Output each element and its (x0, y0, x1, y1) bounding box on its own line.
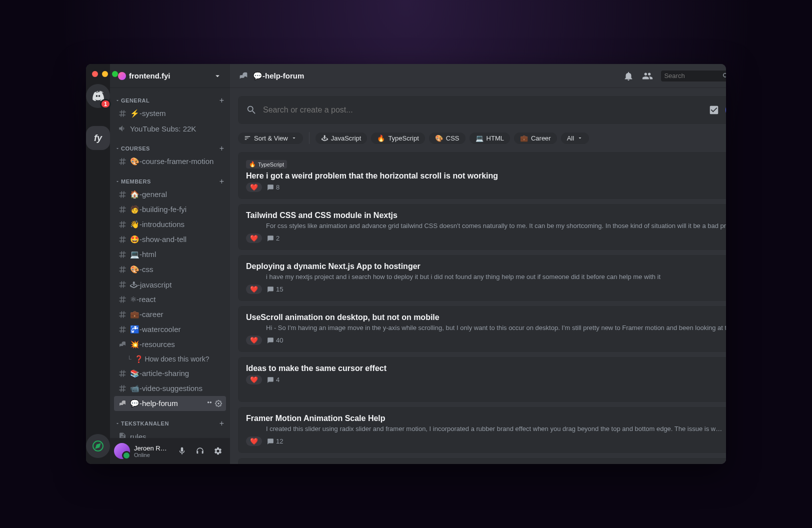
reaction-pill[interactable]: ❤️ (246, 336, 262, 345)
post-excerpt: Hi - So I'm having an image move in the … (246, 324, 726, 332)
comment-count: 12 (267, 438, 283, 445)
channel-item[interactable]: YouTube Subs: 22K (114, 121, 226, 136)
filter-row: Sort & View 🕹JavaScript🔥TypeScript🎨CSS💻H… (238, 132, 726, 144)
traffic-lights (92, 71, 118, 77)
channel-item[interactable]: 💥-resources (114, 337, 226, 352)
chevron-down-icon (213, 72, 222, 80)
dm-badge: 1 (100, 99, 111, 109)
category-header[interactable]: MEMBERS + (114, 177, 226, 187)
forum-post[interactable]: 🔥TypeScript Here i got a weird problem t… (238, 152, 726, 199)
topbar-search[interactable] (661, 70, 726, 82)
posts-list: 🔥TypeScript Here i got a weird problem t… (238, 152, 726, 464)
reaction-pill[interactable]: ❤️ (246, 436, 262, 446)
reaction-pill[interactable]: ❤️ (246, 375, 262, 384)
reaction-pill[interactable]: ❤️ (246, 284, 262, 294)
forum-post[interactable]: Ideas to make the same cursor effect ❤️ … (238, 357, 726, 402)
add-channel-icon[interactable]: + (220, 96, 224, 105)
forum-post[interactable]: Tailwind CSS and CSS module in Nextjs Fo… (238, 204, 726, 250)
channel-item[interactable]: ⚛-react (114, 292, 226, 307)
add-channel-icon[interactable]: + (220, 419, 224, 428)
comment-count: 15 (267, 286, 283, 293)
channel-item[interactable]: 🎨-css (114, 262, 226, 277)
post-excerpt: i have my nextjs project and i search ho… (246, 273, 726, 280)
forum-icon (238, 70, 249, 82)
forum-post[interactable]: here when i deploy on Vercel with lenis … (238, 458, 726, 464)
all-tags-button[interactable]: All (561, 132, 589, 144)
forum-post[interactable]: Deploying a dynamic Next.js App to hosti… (238, 255, 726, 301)
user-status: Online (134, 452, 170, 458)
channel-item[interactable]: 🧑‍-building-fe-fyi (114, 202, 226, 217)
channel-list[interactable]: GENERAL + ⚡-systemYouTube Subs: 22K COUR… (110, 88, 230, 438)
dm-button[interactable]: 1 (86, 84, 110, 108)
tag-filter[interactable]: 💼Career (514, 132, 557, 144)
settings-button[interactable] (210, 443, 226, 459)
reaction-pill[interactable]: ❤️ (246, 182, 262, 192)
minimize-window[interactable] (102, 71, 108, 77)
post-title: Deploying a dynamic Next.js App to hosti… (246, 262, 726, 271)
server-header[interactable]: frontend.fyi (110, 64, 230, 88)
channel-item[interactable]: 💻-html (114, 247, 226, 262)
post-tag: 🔥TypeScript (246, 160, 287, 168)
channel-item[interactable]: rules (114, 429, 226, 438)
members-icon[interactable] (206, 400, 213, 407)
category-header[interactable]: TEKSTKANALEN + (114, 419, 226, 429)
forum-search-row: New Post (238, 96, 726, 124)
channel-item[interactable]: 👋-introductions (114, 217, 226, 232)
channel-title: 💬-help-forum (253, 72, 304, 80)
channel-item[interactable]: ⚡-system (114, 106, 226, 121)
add-channel-icon[interactable]: + (220, 177, 224, 186)
forum-post[interactable]: UseScroll animation on desktop, but not … (238, 306, 726, 352)
svg-marker-1 (96, 444, 100, 448)
username: Jeroen Re… (134, 444, 170, 452)
server-name: frontend.fyi (129, 72, 170, 80)
gear-icon[interactable] (215, 400, 222, 407)
tag-filter[interactable]: 🎨CSS (429, 132, 466, 144)
channel-item[interactable]: 🕹-javascript (114, 277, 226, 292)
notifications-icon[interactable] (623, 70, 634, 82)
server-rail: 1 fy (86, 64, 110, 464)
filter-icon[interactable] (708, 104, 720, 116)
channel-item[interactable]: └❓ How does this work? (114, 352, 226, 366)
channel-item[interactable]: 🤩-show-and-tell (114, 232, 226, 247)
chevron-down-icon (577, 135, 583, 141)
category-header[interactable]: GENERAL + (114, 96, 226, 106)
sort-icon (244, 134, 251, 142)
deafen-button[interactable] (192, 443, 208, 459)
channel-item[interactable]: 🏠-general (114, 187, 226, 202)
forum-search-input[interactable] (263, 106, 702, 114)
channel-item[interactable]: 📹-video-suggestions (114, 381, 226, 396)
main-content: 💬-help-forum New P (230, 64, 726, 464)
tag-filter[interactable]: 🔥TypeScript (371, 132, 424, 144)
search-icon (722, 72, 726, 80)
post-title: Framer Motion Animation Scale Help (246, 414, 726, 423)
search-icon (246, 104, 257, 116)
category-header[interactable]: COURSES + (114, 144, 226, 154)
topbar: 💬-help-forum (230, 64, 726, 88)
forum-post[interactable]: Framer Motion Animation Scale Help I cre… (238, 407, 726, 453)
mute-button[interactable] (174, 443, 190, 459)
comment-count: 40 (267, 336, 283, 344)
reaction-pill[interactable]: ❤️ (246, 234, 262, 243)
search-input[interactable] (664, 72, 722, 80)
add-channel-icon[interactable]: + (220, 144, 224, 153)
channel-sidebar: frontend.fyi GENERAL + ⚡-systemYouTube S… (110, 64, 230, 464)
close-window[interactable] (92, 71, 98, 77)
channel-item[interactable]: 💬-help-forum (114, 396, 226, 411)
maximize-window[interactable] (112, 71, 118, 77)
server-frontend-fyi[interactable]: fy (86, 126, 110, 150)
members-icon[interactable] (642, 70, 653, 82)
sort-view-button[interactable]: Sort & View (238, 132, 303, 144)
discord-window: 1 fy frontend.fyi GENERAL + ⚡-systemYouT… (86, 64, 726, 464)
channel-item[interactable]: 🚰-watercooler (114, 322, 226, 337)
channel-item[interactable]: 📚-article-sharing (114, 366, 226, 381)
channel-item[interactable]: 🎨-course-framer-motion (114, 154, 226, 169)
avatar[interactable] (114, 443, 130, 459)
channel-item[interactable]: 💼-career (114, 307, 226, 322)
explore-button[interactable] (86, 434, 110, 458)
post-title: Ideas to make the same cursor effect (246, 364, 726, 373)
tag-filter[interactable]: 🕹JavaScript (316, 132, 368, 144)
forum-body[interactable]: New Post Sort & View 🕹JavaScript🔥TypeScr… (230, 88, 726, 464)
tag-filter[interactable]: 💻HTML (470, 132, 510, 144)
post-excerpt: For css styles like animation and advanc… (246, 222, 726, 230)
new-post-button[interactable]: New Post (726, 102, 726, 118)
